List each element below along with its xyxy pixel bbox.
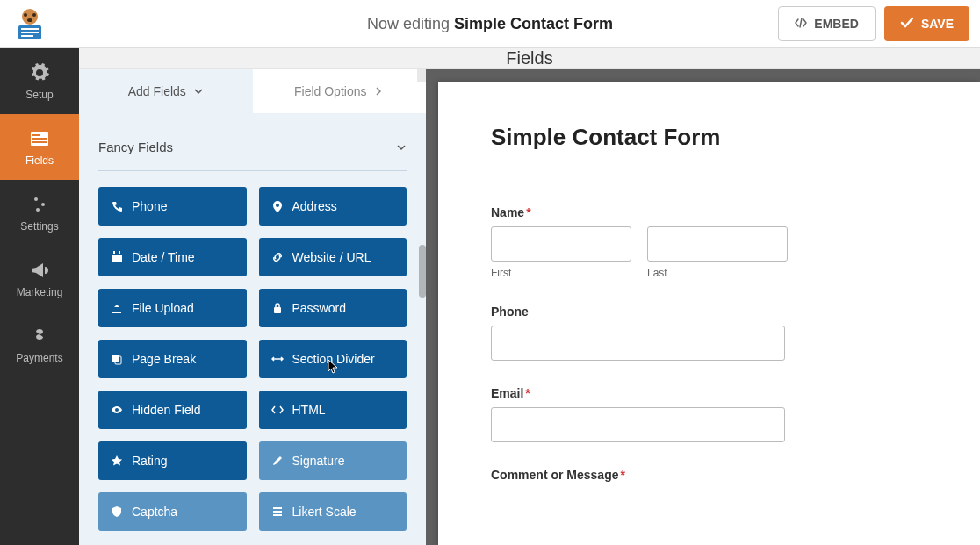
- pen-icon: [271, 455, 284, 467]
- tab-add-fields[interactable]: Add Fields: [79, 69, 253, 113]
- chevron-down-icon: [396, 142, 407, 153]
- link-icon: [271, 251, 284, 263]
- field-btn-likert-scale[interactable]: Likert Scale: [259, 492, 407, 531]
- nav-settings[interactable]: Settings: [0, 180, 79, 246]
- field-btn-label: HTML: [292, 403, 326, 417]
- email-input[interactable]: [491, 407, 785, 442]
- nav-label: Setup: [25, 89, 53, 101]
- scrollbar-thumb[interactable]: [419, 245, 426, 298]
- panel-header: Fields: [79, 48, 980, 69]
- field-btn-date-time[interactable]: Date / Time: [98, 238, 247, 276]
- field-btn-address[interactable]: Address: [259, 187, 407, 226]
- field-label: Email*: [491, 386, 530, 400]
- field-btn-label: Website / URL: [292, 250, 371, 264]
- arrows-icon: [271, 353, 284, 365]
- sublabel: Last: [647, 267, 788, 279]
- field-grid: PhoneAddressDate / TimeWebsite / URLFile…: [79, 171, 426, 545]
- save-button[interactable]: SAVE: [884, 6, 969, 41]
- svg-point-2: [32, 13, 36, 17]
- first-name-input[interactable]: [491, 226, 631, 262]
- field-btn-label: Signature: [292, 454, 345, 468]
- svg-point-13: [41, 203, 45, 206]
- svg-rect-9: [32, 134, 40, 136]
- required-marker: *: [526, 205, 530, 219]
- shield-icon: [111, 506, 123, 518]
- phone-icon: [111, 200, 123, 212]
- field-btn-page-break[interactable]: Page Break: [98, 340, 247, 378]
- field-name[interactable]: Name* First Last: [491, 204, 927, 279]
- field-btn-label: Password: [292, 301, 346, 315]
- required-marker: *: [620, 468, 624, 482]
- left-nav: Setup Fields Settings Marketing Payments: [0, 48, 79, 545]
- save-button-label: SAVE: [921, 17, 954, 31]
- field-btn-rating[interactable]: Rating: [98, 441, 247, 480]
- section-fancy-fields[interactable]: Fancy Fields: [98, 131, 407, 171]
- tab-label: Add Fields: [128, 84, 186, 98]
- svg-rect-7: [21, 35, 33, 37]
- panel-tabs: Add Fields Field Options: [79, 69, 426, 113]
- field-btn-password[interactable]: Password: [259, 289, 407, 327]
- eye-icon: [111, 404, 123, 416]
- svg-rect-17: [113, 251, 115, 254]
- form-title: Simple Contact Form: [491, 124, 927, 151]
- editing-form-name: Simple Contact Form: [454, 15, 613, 32]
- svg-point-3: [27, 18, 32, 22]
- svg-point-12: [34, 197, 38, 201]
- nav-label: Settings: [20, 220, 58, 233]
- chevron-right-icon: [373, 86, 384, 97]
- field-btn-label: Rating: [132, 454, 167, 468]
- nav-fields[interactable]: Fields: [0, 114, 79, 180]
- form-preview-shell: Simple Contact Form Name* First Last: [426, 69, 980, 545]
- field-btn-captcha[interactable]: Captcha: [98, 492, 247, 531]
- megaphone-icon: [29, 260, 50, 281]
- field-btn-website-url[interactable]: Website / URL: [259, 238, 407, 276]
- svg-point-0: [22, 9, 38, 25]
- field-btn-section-divider[interactable]: Section Divider: [259, 340, 407, 378]
- scrollbar-track[interactable]: [417, 69, 426, 82]
- field-btn-label: Likert Scale: [292, 505, 357, 519]
- topbar: Now editing Simple Contact Form EMBED SA…: [0, 0, 980, 48]
- svg-point-1: [24, 13, 27, 17]
- field-btn-signature[interactable]: Signature: [259, 441, 407, 480]
- star-icon: [111, 455, 123, 467]
- field-email[interactable]: Email*: [491, 385, 927, 442]
- required-marker: *: [525, 386, 530, 400]
- sliders-icon: [29, 194, 50, 215]
- nav-payments[interactable]: Payments: [0, 312, 79, 377]
- nav-setup[interactable]: Setup: [0, 48, 79, 114]
- page-title: Now editing Simple Contact Form: [367, 15, 613, 33]
- field-btn-phone[interactable]: Phone: [98, 187, 247, 226]
- field-label: Name*: [491, 205, 531, 219]
- field-btn-label: Section Divider: [292, 352, 375, 366]
- list-icon: [271, 506, 284, 518]
- gear-icon: [29, 62, 50, 83]
- field-btn-file-upload[interactable]: File Upload: [98, 289, 247, 327]
- embed-button-label: EMBED: [814, 17, 859, 31]
- phone-input[interactable]: [491, 326, 785, 361]
- nav-label: Fields: [25, 154, 54, 167]
- check-icon: [900, 16, 914, 32]
- embed-button[interactable]: EMBED: [778, 6, 876, 41]
- section-title: Fancy Fields: [98, 140, 173, 154]
- field-comment[interactable]: Comment or Message*: [491, 467, 927, 489]
- pin-icon: [271, 200, 284, 212]
- divider: [491, 176, 927, 176]
- field-btn-hidden-field[interactable]: Hidden Field: [98, 391, 247, 429]
- tab-label: Field Options: [294, 84, 366, 98]
- svg-rect-5: [21, 28, 39, 30]
- field-btn-label: Date / Time: [132, 250, 195, 264]
- code-icon: [795, 17, 807, 32]
- field-label: Comment or Message*: [491, 468, 625, 482]
- top-actions: EMBED SAVE: [778, 6, 969, 41]
- field-phone[interactable]: Phone: [491, 304, 927, 361]
- field-btn-label: Phone: [132, 199, 167, 213]
- nav-label: Marketing: [17, 286, 63, 298]
- nav-marketing[interactable]: Marketing: [0, 246, 79, 312]
- last-name-input[interactable]: [647, 226, 788, 262]
- field-btn-html[interactable]: HTML: [259, 391, 407, 429]
- svg-rect-18: [119, 251, 120, 254]
- form-preview: Simple Contact Form Name* First Last: [438, 82, 980, 545]
- code-icon: [271, 404, 284, 416]
- lock-icon: [271, 302, 284, 314]
- tab-field-options[interactable]: Field Options: [253, 69, 427, 113]
